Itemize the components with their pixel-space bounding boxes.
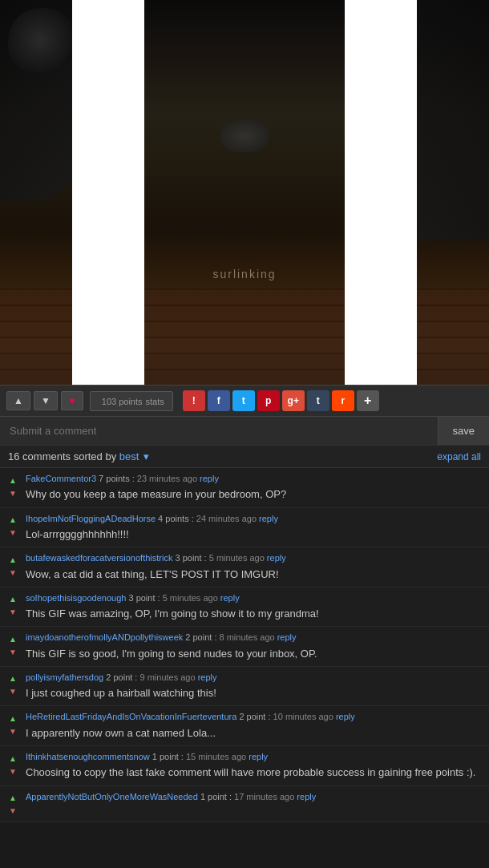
comment-meta-6: HeRetiredLastFridayAndIsOnVacationInFuer… xyxy=(26,711,483,723)
pinterest-button[interactable]: p xyxy=(257,390,280,411)
comment-upvote-8[interactable]: ▲ xyxy=(6,793,19,804)
points-display: 103 pointsstats xyxy=(90,391,173,411)
comment-author-0[interactable]: FakeCommentor3 xyxy=(26,474,96,483)
comment-upvote-2[interactable]: ▲ xyxy=(6,554,19,565)
comment-author-5[interactable]: pollyismyfathersdog xyxy=(26,672,103,682)
comment-downvote-1[interactable]: ▼ xyxy=(6,527,19,539)
vote-buttons: ▲ ▼ xyxy=(6,552,19,578)
comment-meta-7: Ithinkhatsenoughcommentsnow 1 point : 15… xyxy=(26,751,483,763)
comment-reply-8[interactable]: reply xyxy=(297,792,316,801)
comment-author-7[interactable]: Ithinkhatsenoughcommentsnow xyxy=(26,752,150,761)
comments-count-label: 16 comments sorted by best ▾ xyxy=(8,450,149,462)
comment-item: ▲ ▼ IhopeImNotFloggingADeadHorse 4 point… xyxy=(0,508,489,548)
comment-points-6: 2 point : xyxy=(239,712,273,721)
report-button[interactable]: ! xyxy=(183,390,205,411)
comment-item: ▲ ▼ FakeCommentor3 7 points : 23 minutes… xyxy=(0,468,489,508)
social-buttons: ! f t p g+ t r + xyxy=(183,390,379,411)
vote-buttons: ▲ ▼ xyxy=(6,592,19,618)
comment-text-6: I apparently now own a cat named Lola... xyxy=(26,726,483,741)
comment-meta-2: butafewaskedforacatversionofthistrick 3 … xyxy=(26,552,483,564)
comment-content-5: pollyismyfathersdog 2 point : 9 minutes … xyxy=(26,672,483,701)
comment-time-4: 8 minutes ago xyxy=(220,632,277,642)
comment-time-2: 5 minutes ago xyxy=(209,553,267,563)
twitter-button[interactable]: t xyxy=(232,390,255,411)
comment-content-6: HeRetiredLastFridayAndIsOnVacationInFuer… xyxy=(26,711,483,741)
sort-best-link[interactable]: best xyxy=(119,450,139,462)
comment-content-1: IhopeImNotFloggingADeadHorse 4 points : … xyxy=(26,513,483,543)
comment-submit-area: save xyxy=(0,416,489,445)
comment-downvote-0[interactable]: ▼ xyxy=(6,487,19,499)
vote-buttons: ▲ ▼ xyxy=(6,711,19,737)
comment-upvote-1[interactable]: ▲ xyxy=(6,515,19,526)
comment-meta-4: imaydoanotherofmollyANDpollythisweek 2 p… xyxy=(26,632,483,644)
expand-all-button[interactable]: expand all xyxy=(437,451,481,462)
comment-reply-2[interactable]: reply xyxy=(267,553,286,563)
comment-reply-7[interactable]: reply xyxy=(249,752,268,761)
comment-reply-5[interactable]: reply xyxy=(198,672,217,682)
comment-time-0: 23 minutes ago xyxy=(137,474,200,483)
comment-item: ▲ ▼ Ithinkhatsenoughcommentsnow 1 point … xyxy=(0,746,489,786)
comment-downvote-8[interactable]: ▼ xyxy=(6,805,19,817)
vote-buttons: ▲ ▼ xyxy=(6,751,19,777)
comment-item: ▲ ▼ pollyismyfathersdog 2 point : 9 minu… xyxy=(0,667,489,707)
comment-meta-0: FakeCommentor3 7 points : 23 minutes ago… xyxy=(26,473,483,485)
comment-meta-5: pollyismyfathersdog 2 point : 9 minutes … xyxy=(26,672,483,684)
comment-points-3: 3 point : xyxy=(128,593,162,603)
comment-upvote-6[interactable]: ▲ xyxy=(6,713,19,724)
comment-meta-1: IhopeImNotFloggingADeadHorse 4 points : … xyxy=(26,513,483,525)
comment-item: ▲ ▼ HeRetiredLastFridayAndIsOnVacationIn… xyxy=(0,706,489,746)
comment-time-3: 5 minutes ago xyxy=(163,593,220,603)
comment-item: ▲ ▼ ApparentlyNotButOnlyOneMoreWasNeeded… xyxy=(0,786,489,822)
comment-downvote-5[interactable]: ▼ xyxy=(6,686,19,697)
upvote-button[interactable]: ▲ xyxy=(6,391,30,410)
facebook-button[interactable]: f xyxy=(208,390,230,411)
comment-content-0: FakeCommentor3 7 points : 23 minutes ago… xyxy=(26,473,483,503)
comment-downvote-7[interactable]: ▼ xyxy=(6,765,19,777)
stats-link[interactable]: stats xyxy=(146,397,164,406)
comment-upvote-7[interactable]: ▲ xyxy=(6,753,19,764)
comment-time-8: 17 minutes ago xyxy=(234,792,297,801)
comment-text-3: This GIF was amazing, OP, I'm going to s… xyxy=(26,607,483,621)
comments-header: 16 comments sorted by best ▾ expand all xyxy=(0,445,489,468)
comments-list: ▲ ▼ FakeCommentor3 7 points : 23 minutes… xyxy=(0,468,489,822)
comment-author-2[interactable]: butafewaskedforacatversionofthistrick xyxy=(26,553,172,563)
comment-upvote-0[interactable]: ▲ xyxy=(6,474,19,486)
comment-reply-4[interactable]: reply xyxy=(277,632,297,642)
save-button[interactable]: save xyxy=(438,417,489,445)
comment-text-4: This GIF is so good, I'm going to send n… xyxy=(26,647,483,661)
comment-number: 16 xyxy=(8,450,19,462)
comment-reply-1[interactable]: reply xyxy=(259,514,278,523)
heart-button[interactable]: ♥ xyxy=(61,391,83,410)
vote-buttons: ▲ ▼ xyxy=(6,513,19,539)
comment-author-4[interactable]: imaydoanotherofmollyANDpollythisweek xyxy=(26,632,183,642)
tumblr-button[interactable]: t xyxy=(307,390,329,411)
downvote-button[interactable]: ▼ xyxy=(34,391,58,410)
comment-reply-0[interactable]: reply xyxy=(200,474,219,483)
comment-upvote-5[interactable]: ▲ xyxy=(6,673,19,684)
comment-reply-6[interactable]: reply xyxy=(336,712,355,721)
comment-author-8[interactable]: ApparentlyNotButOnlyOneMoreWasNeeded xyxy=(26,792,198,801)
post-toolbar: ▲ ▼ ♥ 103 pointsstats ! f t p g+ t r + xyxy=(0,385,489,416)
reddit-button[interactable]: r xyxy=(332,390,354,411)
comment-text-0: Why do you keep a tape measure in your b… xyxy=(26,487,483,502)
more-button[interactable]: + xyxy=(357,390,379,411)
comment-downvote-3[interactable]: ▼ xyxy=(6,607,19,618)
comment-item: ▲ ▼ butafewaskedforacatversionofthistric… xyxy=(0,547,489,587)
comment-author-6[interactable]: HeRetiredLastFridayAndIsOnVacationInFuer… xyxy=(26,712,236,721)
googleplus-button[interactable]: g+ xyxy=(282,390,305,411)
comment-input[interactable] xyxy=(0,417,438,445)
comment-author-1[interactable]: IhopeImNotFloggingADeadHorse xyxy=(26,514,156,523)
comment-downvote-4[interactable]: ▼ xyxy=(6,646,19,657)
comment-author-3[interactable]: soIhopethisisgoodenough xyxy=(26,593,126,603)
sort-arrow-icon[interactable]: ▾ xyxy=(143,450,149,462)
comment-time-1: 24 minutes ago xyxy=(196,514,259,523)
comment-content-2: butafewaskedforacatversionofthistrick 3 … xyxy=(26,552,483,582)
comment-upvote-4[interactable]: ▲ xyxy=(6,633,19,644)
comment-time-6: 10 minutes ago xyxy=(273,712,336,721)
comment-text-7: Choosing to copy the last fake comment w… xyxy=(26,765,483,780)
comment-downvote-6[interactable]: ▼ xyxy=(6,725,19,737)
comment-upvote-3[interactable]: ▲ xyxy=(6,594,19,605)
comment-reply-3[interactable]: reply xyxy=(220,593,240,603)
comment-downvote-2[interactable]: ▼ xyxy=(6,567,19,578)
vote-buttons: ▲ ▼ xyxy=(6,791,19,817)
